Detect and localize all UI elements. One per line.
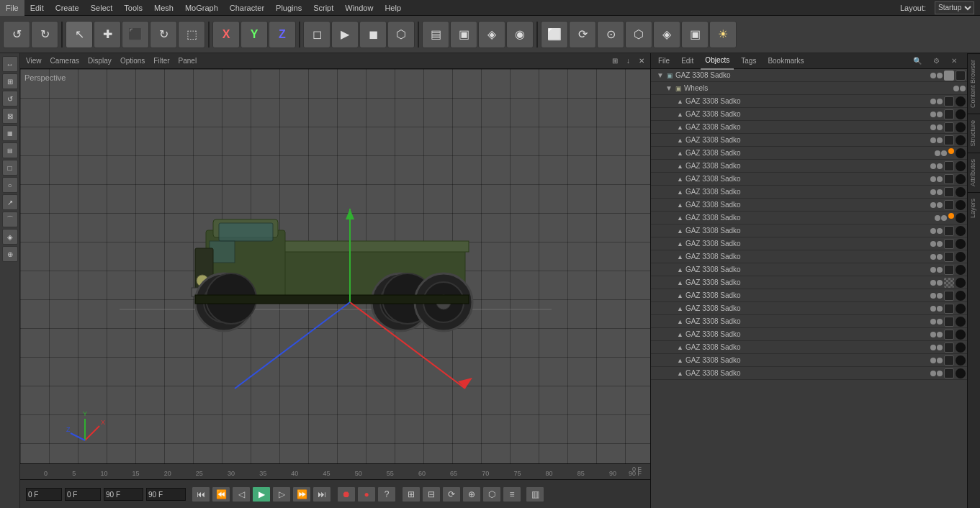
- obj-item-8[interactable]: ▲ GAZ 3308 Sadko: [651, 186, 967, 199]
- sphere-tool[interactable]: ○: [2, 177, 18, 193]
- obj-item-14[interactable]: ▲ GAZ 3308 Sadko: [651, 263, 967, 276]
- obj-item-3[interactable]: ▲ GAZ 3308 Sadko: [651, 121, 967, 134]
- obj-item-15[interactable]: ▲ GAZ 3308 Sadko: [651, 276, 967, 289]
- collapse-wheels-icon[interactable]: ▼: [665, 84, 673, 92]
- pen-tool[interactable]: ⌒: [2, 212, 18, 227]
- y-axis-btn[interactable]: Y: [240, 21, 268, 48]
- obj-item-21[interactable]: ▲ GAZ 3308 Sadko: [651, 354, 967, 367]
- obj-item-2[interactable]: ▲ GAZ 3308 Sadko: [651, 108, 967, 121]
- arrow-tool[interactable]: ↗: [2, 194, 18, 210]
- close-icon[interactable]: ✕: [636, 57, 647, 65]
- obj-item-1[interactable]: ▲ GAZ 3308 Sadko: [651, 95, 967, 108]
- tab-options[interactable]: Options: [117, 57, 148, 65]
- obj-item-9[interactable]: ▲ GAZ 3308 Sadko: [651, 199, 967, 212]
- obj-item-16[interactable]: ▲ GAZ 3308 Sadko: [651, 289, 967, 302]
- obj-item-20[interactable]: ▲ GAZ 3308 Sadko: [651, 341, 967, 354]
- objects-tab-objects[interactable]: Objects: [701, 53, 734, 70]
- tab-cameras[interactable]: Cameras: [48, 57, 83, 65]
- x-axis-btn[interactable]: X: [212, 21, 240, 48]
- shape-sweep[interactable]: ⊙: [597, 21, 624, 48]
- shape-nurbs[interactable]: ⟳: [569, 21, 596, 48]
- menu-edit[interactable]: Edit: [24, 0, 50, 16]
- transform-tool-left[interactable]: ⊠: [2, 108, 18, 124]
- menu-select[interactable]: Select: [85, 0, 119, 16]
- menu-file[interactable]: File: [0, 0, 24, 16]
- record-auto-button[interactable]: ●: [357, 486, 376, 502]
- next-frame-button[interactable]: ⏩: [292, 486, 311, 502]
- tab-view[interactable]: View: [23, 57, 45, 65]
- keyframe-btn3[interactable]: ⟳: [442, 486, 461, 502]
- move-tool[interactable]: ⬚: [178, 21, 205, 48]
- obj-item-6[interactable]: ▲ GAZ 3308 Sadko: [651, 160, 967, 173]
- point-mode[interactable]: ▶: [331, 21, 359, 48]
- minimize-icon[interactable]: ↓: [624, 57, 633, 65]
- maximize-icon[interactable]: ⊞: [609, 57, 621, 65]
- prev-frame-button[interactable]: ⏪: [212, 486, 230, 502]
- obj-item-13[interactable]: ▲ GAZ 3308 Sadko: [651, 250, 967, 263]
- add-object-button[interactable]: ✚: [94, 21, 121, 48]
- viewport-btn4[interactable]: ◉: [506, 21, 534, 48]
- strip-tab-attributes[interactable]: Attributes: [968, 153, 980, 192]
- keyframe-btn5[interactable]: ⬡: [482, 486, 501, 502]
- shape-lasso[interactable]: ◈: [653, 21, 680, 48]
- z-axis-btn[interactable]: Z: [269, 21, 296, 48]
- object-mode[interactable]: ◻: [303, 21, 331, 48]
- next-button[interactable]: ▷: [272, 486, 291, 502]
- go-end-button[interactable]: ⏭: [313, 486, 331, 502]
- cube-tool[interactable]: □: [2, 160, 18, 176]
- poly-mode[interactable]: ⬡: [387, 21, 415, 48]
- obj-item-7[interactable]: ▲ GAZ 3308 Sadko: [651, 173, 967, 186]
- menu-window[interactable]: Window: [339, 0, 379, 16]
- obj-item-5[interactable]: ▲ GAZ 3308 Sadko: [651, 147, 967, 160]
- obj-item-19[interactable]: ▲ GAZ 3308 Sadko: [651, 328, 967, 341]
- menu-plugins[interactable]: Plugins: [270, 0, 307, 16]
- rotate-tool-left[interactable]: ↺: [2, 91, 18, 106]
- obj-item-17[interactable]: ▲ GAZ 3308 Sadko: [651, 302, 967, 315]
- menu-character[interactable]: Character: [224, 0, 270, 16]
- keyframe-btn6[interactable]: ≡: [503, 486, 521, 502]
- magnet-tool[interactable]: ⊕: [2, 246, 18, 262]
- shape-cam[interactable]: ▣: [681, 21, 709, 48]
- playback-end-input[interactable]: [104, 488, 143, 501]
- select-tool[interactable]: ↖: [66, 21, 93, 48]
- obj-item-10[interactable]: ▲ GAZ 3308 Sadko: [651, 212, 967, 224]
- objects-tab-file[interactable]: File: [654, 53, 674, 69]
- rotate-tool[interactable]: ↻: [150, 21, 177, 48]
- help-button[interactable]: ?: [377, 486, 396, 502]
- viewport-btn2[interactable]: ▣: [450, 21, 477, 48]
- menu-help[interactable]: Help: [379, 0, 407, 16]
- undo-button[interactable]: ↺: [3, 21, 30, 48]
- scale-tool[interactable]: ⬛: [122, 21, 149, 48]
- obj-item-11[interactable]: ▲ GAZ 3308 Sadko: [651, 224, 967, 237]
- strip-tab-content-browser[interactable]: Content Browser: [968, 53, 980, 114]
- tab-panel[interactable]: Panel: [176, 57, 200, 65]
- keyframe-btn4[interactable]: ⊕: [462, 486, 481, 502]
- menu-tools[interactable]: Tools: [118, 0, 148, 16]
- collapse-icon[interactable]: ▼: [657, 71, 664, 79]
- menu-mograph[interactable]: MoGraph: [179, 0, 224, 16]
- move-tool-left[interactable]: ↔: [2, 56, 18, 72]
- prev-button[interactable]: ◁: [232, 486, 251, 502]
- strip-tab-layers[interactable]: Layers: [968, 192, 980, 224]
- obj-item-18[interactable]: ▲ GAZ 3308 Sadko: [651, 315, 967, 328]
- tab-display[interactable]: Display: [85, 57, 114, 65]
- obj-root[interactable]: ▼ ▣ GAZ 3308 Sadko: [651, 69, 967, 82]
- obj-wheels[interactable]: ▼ ▣ Wheels: [651, 82, 967, 95]
- menu-script[interactable]: Script: [307, 0, 339, 16]
- objects-tab-bookmarks[interactable]: Bookmarks: [763, 53, 808, 69]
- menu-create[interactable]: Create: [50, 0, 85, 16]
- playback-end2-input[interactable]: [146, 488, 186, 501]
- obj-item-22[interactable]: ▲ GAZ 3308 Sadko: [651, 367, 967, 380]
- objects-list[interactable]: ▼ ▣ GAZ 3308 Sadko: [651, 69, 967, 508]
- keyframe-btn1[interactable]: ⊞: [402, 486, 421, 502]
- settings-icon[interactable]: ⚙: [929, 53, 944, 69]
- checker-tool[interactable]: ▦: [2, 125, 18, 141]
- timeline-ruler[interactable]: 0 F 0 5 10 15 20 25 30 35 40: [20, 464, 650, 480]
- record-button[interactable]: ⏺: [337, 486, 356, 502]
- objects-tab-tags[interactable]: Tags: [737, 53, 760, 69]
- playback-start-input[interactable]: [65, 488, 101, 501]
- shape-light[interactable]: ☀: [709, 21, 737, 48]
- shape-deform[interactable]: ⬡: [625, 21, 652, 48]
- menu-mesh[interactable]: Mesh: [148, 0, 179, 16]
- go-start-button[interactable]: ⏮: [192, 486, 210, 502]
